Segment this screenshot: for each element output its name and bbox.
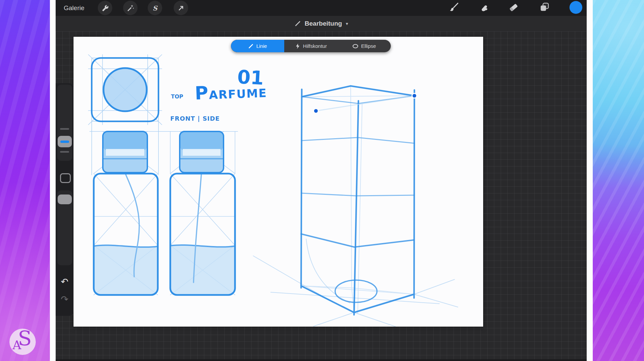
- top-toolbar: Galerie S: [56, 0, 587, 16]
- quickshape-node-start[interactable]: [314, 109, 318, 113]
- front-side-label: FRONT | SIDE: [170, 115, 220, 122]
- smudge-tool-button[interactable]: [479, 2, 490, 13]
- video-frame: Galerie S: [0, 0, 644, 361]
- undo-button[interactable]: ↶: [56, 277, 74, 287]
- modify-button[interactable]: [60, 173, 71, 183]
- quickshape-line[interactable]: [316, 96, 414, 111]
- brush-sidebar: ↶ ↷: [56, 83, 74, 316]
- shape-tab-ellipse[interactable]: Ellipse: [338, 40, 391, 52]
- slider-tick: [60, 128, 69, 130]
- shape-tab-label: Ellipse: [361, 43, 376, 49]
- layers-button[interactable]: [539, 2, 550, 13]
- canvas-sketch: 01 PARFUME TOP FRONT | SIDE: [74, 37, 483, 327]
- magic-wand-icon: [126, 4, 135, 12]
- eraser-icon: [508, 2, 519, 12]
- edit-bar[interactable]: Bearbeitung ▾: [56, 16, 587, 32]
- perspective-box-sketch: [253, 86, 458, 327]
- paint-brush-icon: [449, 2, 459, 12]
- shape-tab-hilfskontur[interactable]: Hilfskontur: [284, 40, 338, 52]
- lightning-icon: [295, 43, 300, 49]
- adjustments-button[interactable]: [123, 1, 138, 15]
- brush-size-slider[interactable]: [57, 85, 72, 161]
- layers-icon: [539, 2, 550, 12]
- shape-tab-label: Hilfskontur: [303, 43, 327, 49]
- drawing-canvas[interactable]: 01 PARFUME TOP FRONT | SIDE: [74, 37, 483, 327]
- quickshape-toolbar: Linie Hilfskontur Ellipse: [231, 40, 391, 52]
- slider-value-mark: [60, 141, 69, 143]
- opacity-slider-handle[interactable]: [58, 194, 72, 204]
- watermark-logo: A S: [9, 329, 36, 355]
- sketch-labels: 01 PARFUME TOP FRONT | SIDE: [170, 66, 267, 122]
- wrench-icon: [101, 4, 109, 12]
- top-label: TOP: [171, 93, 183, 100]
- color-button[interactable]: [569, 1, 582, 14]
- smudge-finger-icon: [479, 2, 490, 12]
- number-label: 01: [237, 66, 264, 89]
- slider-tick: [60, 151, 69, 153]
- screenshot-frame-right: [587, 0, 593, 361]
- shape-tab-label: Linie: [256, 43, 267, 49]
- screenshot-frame-left: [50, 0, 56, 361]
- redo-button[interactable]: ↷: [56, 294, 74, 304]
- pencil-line-icon: [294, 20, 301, 27]
- bottle-side-sketch: [170, 131, 235, 295]
- logo-letter-s: S: [18, 327, 32, 350]
- selection-s-icon: S: [153, 4, 157, 12]
- ellipse-icon: [352, 43, 358, 49]
- app-bottom-edge: [56, 359, 587, 361]
- arrow-cursor-icon: [177, 4, 185, 12]
- line-icon: [248, 43, 254, 49]
- eraser-tool-button[interactable]: [508, 2, 519, 13]
- brush-size-slider-handle[interactable]: [58, 136, 72, 147]
- selection-button[interactable]: S: [148, 1, 162, 15]
- bottle-front-sketch: [94, 131, 158, 295]
- transform-button[interactable]: [174, 1, 188, 15]
- chevron-down-icon: ▾: [346, 21, 348, 26]
- painted-background-right: [593, 0, 644, 361]
- painted-background-left: [0, 0, 50, 361]
- gallery-button[interactable]: Galerie: [64, 0, 84, 16]
- procreate-app: Galerie S: [56, 0, 587, 361]
- edit-bar-title: Bearbeitung: [305, 20, 342, 27]
- brush-tool-button[interactable]: [448, 2, 460, 13]
- quickshape-node-end[interactable]: [412, 93, 417, 98]
- actions-button[interactable]: [98, 1, 112, 15]
- shape-tab-linie[interactable]: Linie: [231, 40, 284, 52]
